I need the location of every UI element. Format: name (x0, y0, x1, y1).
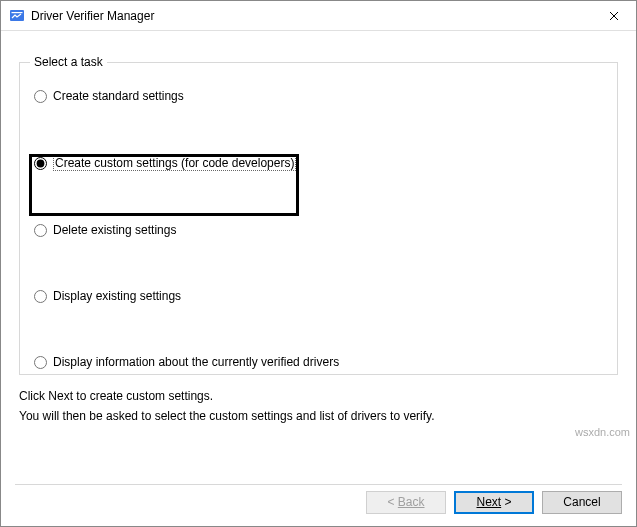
label-create-custom[interactable]: Create custom settings (for code develop… (53, 155, 296, 171)
radio-create-standard[interactable] (34, 90, 47, 103)
close-button[interactable] (591, 1, 636, 31)
radio-delete-existing[interactable] (34, 224, 47, 237)
next-button[interactable]: Next > (454, 491, 534, 514)
task-groupbox-legend: Select a task (30, 55, 107, 69)
option-display-existing[interactable]: Display existing settings (30, 287, 607, 305)
svg-rect-1 (12, 12, 23, 13)
instruction-line-1: Click Next to create custom settings. (19, 389, 618, 403)
option-create-standard[interactable]: Create standard settings (30, 87, 607, 105)
instructions: Click Next to create custom settings. Yo… (19, 389, 618, 423)
content-area: Select a task Create standard settings C… (1, 31, 636, 478)
window-frame: Driver Verifier Manager Select a task Cr… (0, 0, 637, 527)
radio-display-info[interactable] (34, 356, 47, 369)
svg-rect-0 (10, 10, 24, 21)
radio-display-existing[interactable] (34, 290, 47, 303)
titlebar: Driver Verifier Manager (1, 1, 636, 31)
next-button-label: Next (476, 495, 501, 509)
task-groupbox: Select a task Create standard settings C… (19, 55, 618, 375)
option-create-custom[interactable]: Create custom settings (for code develop… (30, 153, 607, 173)
back-button: < Back (366, 491, 446, 514)
close-icon (609, 11, 619, 21)
label-display-info[interactable]: Display information about the currently … (53, 355, 339, 369)
watermark: wsxdn.com (575, 426, 630, 438)
wizard-button-bar: < Back Next > Cancel (1, 478, 636, 526)
app-icon (9, 8, 25, 24)
radio-create-custom[interactable] (34, 157, 47, 170)
instruction-line-2: You will then be asked to select the cus… (19, 409, 618, 423)
label-create-standard[interactable]: Create standard settings (53, 89, 184, 103)
window-title: Driver Verifier Manager (31, 9, 591, 23)
label-delete-existing[interactable]: Delete existing settings (53, 223, 176, 237)
option-delete-existing[interactable]: Delete existing settings (30, 221, 607, 239)
cancel-button[interactable]: Cancel (542, 491, 622, 514)
back-button-label: Back (398, 495, 425, 509)
label-display-existing[interactable]: Display existing settings (53, 289, 181, 303)
option-display-info[interactable]: Display information about the currently … (30, 353, 607, 371)
